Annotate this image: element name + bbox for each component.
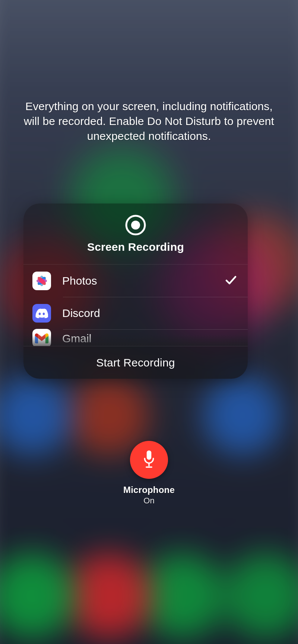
photos-icon xyxy=(32,272,51,290)
microphone-toggle-button[interactable] xyxy=(130,441,168,479)
svg-rect-11 xyxy=(148,463,150,467)
app-label: Photos xyxy=(62,275,225,287)
discord-icon xyxy=(32,304,51,323)
screen-recording-sheet: Everything on your screen, including not… xyxy=(0,0,298,644)
panel-title: Screen Recording xyxy=(87,241,184,253)
screen-recording-panel: Screen Recording xyxy=(23,204,248,379)
record-icon xyxy=(125,215,146,236)
app-row-gmail[interactable]: Gmail xyxy=(23,329,248,346)
gmail-icon xyxy=(32,329,51,346)
app-row-photos[interactable]: Photos xyxy=(23,265,248,297)
start-recording-button[interactable]: Start Recording xyxy=(23,346,248,379)
app-label: Gmail xyxy=(62,332,237,345)
app-label: Discord xyxy=(62,307,237,320)
checkmark-icon xyxy=(225,273,237,288)
microphone-state: On xyxy=(143,496,154,506)
microphone-label: Microphone xyxy=(123,485,175,495)
app-row-discord[interactable]: Discord xyxy=(23,297,248,329)
svg-rect-10 xyxy=(147,451,152,460)
recording-info-text: Everything on your screen, including not… xyxy=(22,99,276,144)
microphone-control: Microphone On xyxy=(0,441,298,506)
microphone-icon xyxy=(142,450,156,470)
svg-rect-12 xyxy=(146,467,152,468)
broadcast-app-list[interactable]: Photos Discord xyxy=(23,265,248,346)
svg-point-1 xyxy=(131,221,140,230)
panel-header: Screen Recording xyxy=(23,204,248,265)
